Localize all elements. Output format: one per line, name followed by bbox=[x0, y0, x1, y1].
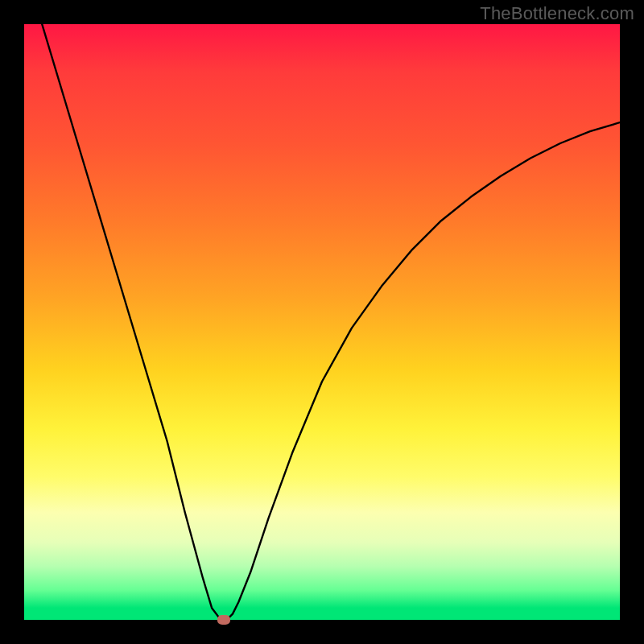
watermark-text: TheBottleneck.com bbox=[480, 3, 634, 24]
optimum-marker bbox=[217, 615, 230, 625]
chart-frame: TheBottleneck.com bbox=[0, 0, 644, 644]
bottleneck-curve bbox=[24, 24, 620, 620]
plot-area bbox=[24, 24, 620, 620]
curve-svg bbox=[24, 24, 620, 620]
